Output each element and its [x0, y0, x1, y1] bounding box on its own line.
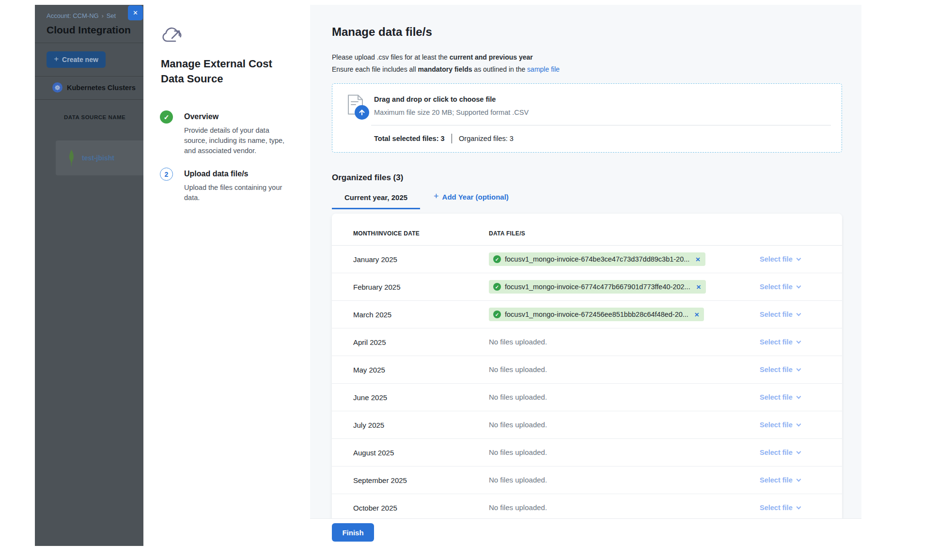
chevron-down-icon	[796, 311, 801, 316]
select-file-dropdown[interactable]: Select file	[760, 255, 823, 263]
check-circle-icon: ✓	[160, 110, 173, 124]
month-label: August 2025	[353, 449, 489, 457]
month-label: October 2025	[353, 504, 489, 512]
app-frame: Account: CCM-NG›Set Cloud Integration + …	[35, 5, 861, 546]
file-chip: ✓ focusv1_mongo-invoice-674be3ce47c73d37…	[489, 252, 705, 266]
check-circle-icon: ✓	[493, 311, 501, 318]
table-row: May 2025 No files uploaded. Select file	[332, 356, 842, 384]
no-files-text: No files uploaded.	[489, 338, 547, 346]
drawer-title: Manage External Cost Data Source	[161, 56, 275, 86]
select-file-label: Select file	[760, 283, 793, 291]
step-overview-label: Overview	[184, 110, 286, 121]
month-label: January 2025	[353, 255, 489, 264]
data-file-cell: No files uploaded.	[489, 338, 760, 346]
file-chip: ✓ focusv1_mongo-invoice-6774c477b667901d…	[489, 280, 706, 294]
chevron-down-icon	[796, 477, 801, 482]
dropzone-title: Drag and drop or click to choose file	[374, 95, 496, 103]
intro-text: Please upload .csv files for at least th…	[332, 53, 450, 61]
add-year-button[interactable]: + Add Year (optional)	[434, 192, 509, 209]
panel-title: Manage data file/s	[332, 25, 842, 39]
column-header-data-source-name: DATA SOURCE NAME	[64, 114, 125, 120]
select-file-dropdown[interactable]: Select file	[760, 504, 823, 512]
close-icon[interactable]: ✕	[128, 5, 143, 20]
breadcrumb-separator: ›	[102, 13, 104, 19]
no-files-text: No files uploaded.	[489, 476, 547, 484]
month-label: July 2025	[353, 421, 489, 429]
sample-file-link[interactable]: sample file	[527, 65, 560, 73]
chevron-down-icon	[796, 504, 801, 509]
select-file-label: Select file	[760, 311, 793, 318]
data-file-cell: No files uploaded.	[489, 448, 760, 457]
select-file-dropdown[interactable]: Select file	[760, 476, 823, 484]
total-selected-files: Total selected files: 3	[374, 135, 445, 142]
data-file-cell: No files uploaded.	[489, 476, 760, 484]
data-source-row: test-jbisht	[56, 140, 143, 175]
no-files-text: No files uploaded.	[489, 393, 547, 401]
manage-data-files-panel: Manage data file/s Please upload .csv fi…	[310, 5, 861, 518]
upload-instructions: Please upload .csv files for at least th…	[332, 51, 842, 76]
table-row: June 2025 No files uploaded. Select file	[332, 384, 842, 411]
intro-text: as outlined in the	[472, 65, 527, 73]
mongodb-leaf-icon	[67, 150, 76, 166]
create-new-button[interactable]: + Create new	[47, 51, 106, 68]
step-number-badge: 2	[160, 168, 173, 181]
table-row: April 2025 No files uploaded. Select fil…	[332, 328, 842, 356]
table-row: July 2025 No files uploaded. Select file	[332, 411, 842, 439]
data-source-link[interactable]: test-jbisht	[82, 154, 114, 162]
select-file-dropdown[interactable]: Select file	[760, 311, 823, 318]
file-chip-label: focusv1_mongo-invoice-6774c477b667901d77…	[505, 283, 690, 291]
month-label: May 2025	[353, 366, 489, 374]
select-file-dropdown[interactable]: Select file	[760, 366, 823, 373]
file-dropzone[interactable]: Drag and drop or click to choose file Ma…	[332, 83, 842, 153]
plus-icon: +	[54, 54, 59, 64]
select-file-dropdown[interactable]: Select file	[760, 283, 823, 291]
stepper-panel: Manage External Cost Data Source ✓ Overv…	[143, 5, 310, 546]
screenshot-canvas: Account: CCM-NG›Set Cloud Integration + …	[0, 0, 937, 560]
select-file-dropdown[interactable]: Select file	[760, 449, 823, 456]
month-label: June 2025	[353, 393, 489, 402]
step-upload-data-files[interactable]: 2 Upload data file/s Upload the files co…	[160, 168, 286, 203]
chevron-down-icon	[796, 283, 801, 288]
table-row: August 2025 No files uploaded. Select fi…	[332, 439, 842, 467]
month-label: February 2025	[353, 283, 489, 291]
table-row: March 2025 ✓ focusv1_mongo-invoice-67245…	[332, 301, 842, 328]
data-file-cell: No files uploaded.	[489, 503, 760, 512]
tab-kubernetes-clusters[interactable]: ☸ Kubernetes Clusters	[52, 82, 136, 93]
no-files-text: No files uploaded.	[489, 420, 547, 429]
divider	[35, 99, 143, 100]
data-file-cell: No files uploaded.	[489, 393, 760, 402]
remove-file-icon[interactable]: ✕	[695, 256, 700, 263]
file-chip: ✓ focusv1_mongo-invoice-672456ee851bbb28…	[489, 308, 704, 321]
divider	[452, 134, 453, 143]
plus-icon: +	[434, 191, 439, 202]
no-files-text: No files uploaded.	[489, 503, 547, 512]
select-file-label: Select file	[760, 449, 793, 456]
select-file-dropdown[interactable]: Select file	[760, 338, 823, 346]
file-chip-label: focusv1_mongo-invoice-674be3ce47c73d37dd…	[505, 255, 689, 263]
tab-current-year[interactable]: Current year, 2025	[332, 193, 420, 209]
files-table-body: January 2025 ✓ focusv1_mongo-invoice-674…	[332, 246, 842, 518]
column-header-data-files: DATA FILE/S	[489, 230, 760, 237]
background-page: Account: CCM-NG›Set Cloud Integration + …	[35, 5, 143, 546]
remove-file-icon[interactable]: ✕	[694, 311, 699, 318]
chevron-down-icon	[796, 339, 801, 343]
remove-file-icon[interactable]: ✕	[696, 283, 701, 291]
tab-label: Kubernetes Clusters	[67, 84, 136, 92]
page-title: Cloud Integration	[47, 24, 131, 36]
select-file-dropdown[interactable]: Select file	[760, 421, 823, 429]
check-circle-icon: ✓	[493, 255, 501, 263]
table-header-row: MONTH/INVOICE DATE DATA FILE/S	[332, 214, 842, 246]
table-row: October 2025 No files uploaded. Select f…	[332, 494, 842, 518]
chevron-down-icon	[796, 256, 801, 261]
finish-button[interactable]: Finish	[332, 523, 374, 542]
no-files-text: No files uploaded.	[489, 365, 547, 373]
step-overview[interactable]: ✓ Overview Provide details of your data …	[160, 110, 286, 156]
step-upload-description: Upload the files containing your data.	[184, 183, 285, 203]
table-row: September 2025 No files uploaded. Select…	[332, 467, 842, 494]
breadcrumb-account-link[interactable]: Account: CCM-NG	[47, 12, 99, 19]
select-file-dropdown[interactable]: Select file	[760, 393, 823, 401]
drawer-footer: Finish	[310, 518, 861, 546]
data-file-cell: ✓ focusv1_mongo-invoice-6774c477b667901d…	[489, 280, 760, 294]
breadcrumb-next-link[interactable]: Set	[107, 12, 116, 19]
table-row: January 2025 ✓ focusv1_mongo-invoice-674…	[332, 246, 842, 273]
